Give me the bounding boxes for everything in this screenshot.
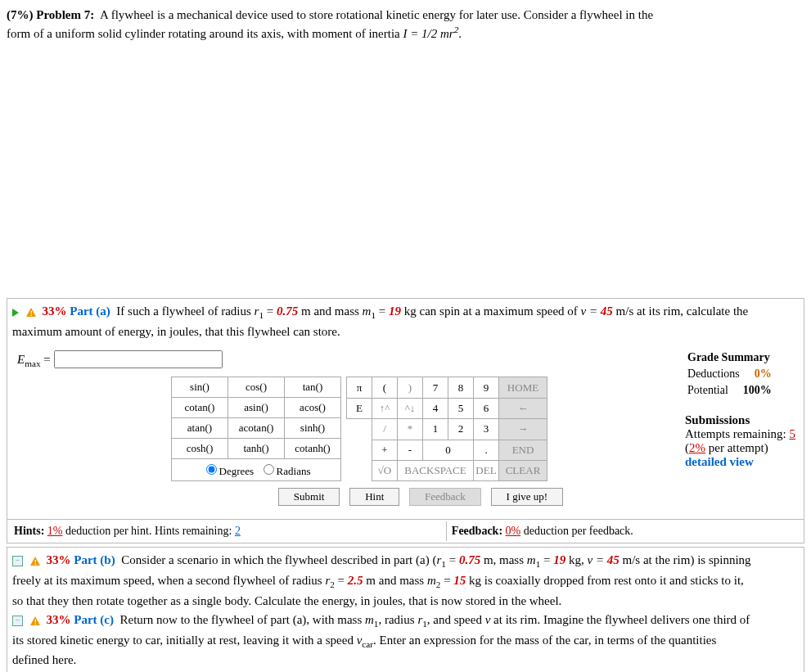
key-8[interactable]: 8 — [448, 377, 474, 398]
detailed-view-link[interactable]: detailed view — [685, 455, 754, 468]
key-0[interactable]: 0 — [423, 440, 474, 460]
figure-area — [7, 49, 804, 295]
key-lparen[interactable]: ( — [372, 377, 398, 398]
warning-icon — [26, 308, 37, 317]
key-cotanh[interactable]: cotanh() — [285, 439, 341, 459]
key-sin[interactable]: sin() — [172, 377, 228, 398]
number-pad: π()789HOME E↑^^↓456← /*123→ +-0.END √OBA… — [346, 377, 547, 481]
key-cotan[interactable]: cotan() — [172, 398, 228, 418]
warning-icon — [30, 557, 41, 566]
problem-percent: (7%) — [7, 8, 34, 21]
hints-feedback-row: Hints: 1% deduction per hint. Hints rema… — [7, 519, 804, 543]
key-rparen[interactable]: ) — [398, 377, 423, 398]
part-a-header: 33% Part (a) If such a flywheel of radiu… — [7, 299, 804, 344]
key-end[interactable]: END — [499, 440, 547, 460]
key-acos[interactable]: acos() — [285, 398, 341, 418]
function-pad: sin()cos()tan() cotan()asin()acos() atan… — [171, 377, 341, 459]
warning-icon — [30, 616, 41, 625]
key-3[interactable]: 3 — [474, 419, 499, 440]
collapse-icon[interactable]: − — [12, 556, 23, 566]
key-clear[interactable]: CLEAR — [499, 460, 547, 480]
radians-radio[interactable] — [264, 464, 274, 475]
answer-input[interactable] — [54, 350, 223, 368]
angle-mode: Degrees Radians — [171, 459, 341, 481]
key-home[interactable]: HOME — [499, 377, 547, 398]
key-cos[interactable]: cos() — [228, 377, 285, 398]
key-9[interactable]: 9 — [474, 377, 499, 398]
hint-button[interactable]: Hint — [349, 488, 399, 506]
key-sqrt[interactable]: √O — [372, 460, 398, 480]
problem-header: (7%) Problem 7: A flywheel is a mechanic… — [7, 7, 804, 43]
key-6[interactable]: 6 — [474, 398, 499, 418]
submissions-heading: Submissions — [685, 413, 795, 427]
collapse-icon[interactable]: − — [12, 616, 23, 626]
key-tanh[interactable]: tanh() — [228, 439, 285, 459]
expand-icon[interactable] — [12, 309, 19, 317]
key-ast[interactable]: * — [398, 419, 423, 440]
key-tan[interactable]: tan() — [285, 377, 341, 398]
key-acotan[interactable]: acotan() — [228, 418, 285, 439]
problem-text1: A flywheel is a mechanical device used t… — [100, 8, 653, 21]
key-left[interactable]: ← — [499, 398, 547, 418]
part-b-box: − 33% Part (b) Consider a scenario in wh… — [7, 547, 804, 672]
key-minus[interactable]: - — [398, 440, 423, 460]
key-right[interactable]: → — [499, 419, 547, 440]
key-sinh[interactable]: sinh() — [285, 418, 341, 439]
key-del[interactable]: DEL — [474, 460, 499, 480]
key-atan[interactable]: atan() — [172, 418, 228, 439]
submit-button[interactable]: Submit — [278, 488, 340, 506]
part-a-box: 33% Part (a) If such a flywheel of radiu… — [7, 298, 804, 543]
key-1[interactable]: 1 — [423, 419, 448, 440]
key-5[interactable]: 5 — [448, 398, 474, 418]
key-up[interactable]: ↑^ — [372, 398, 398, 418]
key-e[interactable]: E — [347, 398, 372, 418]
key-upr[interactable]: ^↓ — [398, 398, 423, 418]
summary-heading: Grade Summary — [687, 350, 773, 365]
key-2[interactable]: 2 — [448, 419, 474, 440]
key-backspace[interactable]: BACKSPACE — [398, 460, 474, 480]
giveup-button[interactable]: I give up! — [491, 488, 564, 506]
action-buttons: Submit Hint Feedback I give up! — [171, 481, 670, 512]
key-4[interactable]: 4 — [423, 398, 448, 418]
key-cosh[interactable]: cosh() — [172, 439, 228, 459]
key-plus[interactable]: + — [372, 440, 398, 460]
key-dot[interactable]: . — [474, 440, 499, 460]
key-pi[interactable]: π — [347, 377, 372, 398]
degrees-radio[interactable] — [206, 464, 217, 475]
problem-text2: form of a uniform solid cylinder rotatin… — [7, 27, 403, 40]
grade-summary: Grade Summary Deductions0% Potential100%… — [677, 344, 804, 519]
key-slash[interactable]: / — [372, 419, 398, 440]
feedback-button[interactable]: Feedback — [409, 488, 481, 506]
key-asin[interactable]: asin() — [228, 398, 285, 418]
keypad-area: sin()cos()tan() cotan()asin()acos() atan… — [7, 375, 677, 519]
answer-row: Emax = — [7, 344, 677, 375]
problem-label: Problem 7: — [36, 8, 94, 21]
key-7[interactable]: 7 — [423, 377, 448, 398]
